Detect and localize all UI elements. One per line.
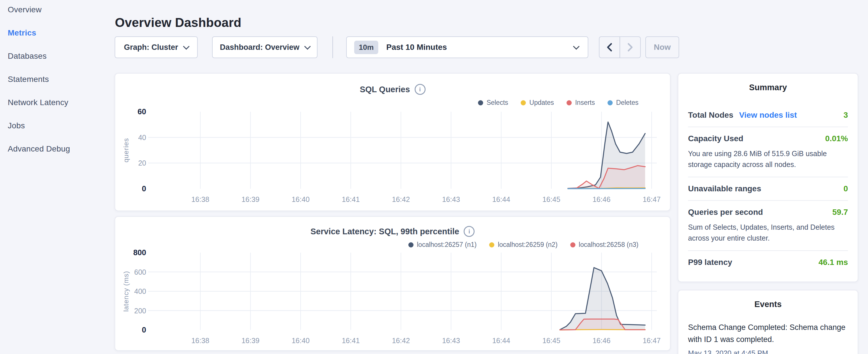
sidebar-item-advanced-debug[interactable]: Advanced Debug [0,144,115,154]
svg-text:16:39: 16:39 [242,336,260,345]
events-panel-title: Events [678,299,858,309]
svg-text:16:44: 16:44 [492,195,510,203]
step-back-button[interactable] [599,37,620,58]
sidebar-item-network-latency[interactable]: Network Latency [0,97,115,107]
sidebar-item-statements[interactable]: Statements [0,74,115,84]
chevron-down-icon [183,43,189,50]
svg-text:0: 0 [142,326,146,334]
svg-text:16:40: 16:40 [292,336,310,345]
summary-value: 46.1 ms [818,258,848,267]
svg-text:400: 400 [134,287,146,295]
sidebar-item-metrics[interactable]: Metrics [0,28,115,38]
summary-row-total-nodes: Total Nodes View nodes list 3 [688,104,848,127]
page-title: Overview Dashboard [115,15,241,30]
svg-text:16:38: 16:38 [191,336,210,345]
sidebar: Overview Metrics Databases Statements Ne… [0,0,115,354]
summary-label: Capacity Used [688,134,743,143]
now-button[interactable]: Now [645,36,679,58]
summary-label: Unavailable ranges [688,184,761,193]
summary-value: 0 [843,184,848,193]
service-latency-card: Service Latency: SQL, 99th percentile lo… [115,216,671,351]
svg-text:16:40: 16:40 [292,195,310,203]
summary-value: 59.7 [833,207,848,217]
view-nodes-list-link[interactable]: View nodes list [739,110,797,120]
svg-text:16:38: 16:38 [191,195,210,203]
graph-scope-dropdown-label: Graph: Cluster [124,43,178,52]
svg-text:200: 200 [134,307,146,315]
svg-text:16:46: 16:46 [593,195,611,203]
summary-row-p99-latency: P99 latency 46.1 ms [688,251,848,274]
summary-subtext: You are using 28.6 MiB of 515.9 GiB usab… [688,148,848,177]
event-message[interactable]: Schema Change Completed: Schema change w… [688,322,848,346]
summary-label: P99 latency [688,258,732,267]
svg-text:16:43: 16:43 [442,195,460,203]
sidebar-item-databases[interactable]: Databases [0,51,115,61]
sidebar-item-overview[interactable]: Overview [0,5,115,14]
time-range-badge: 10m [354,41,378,54]
summary-body: Total Nodes View nodes list 3 Capacity U… [678,104,858,274]
dashboard-dropdown-label: Dashboard: Overview [220,43,300,52]
summary-panel-title: Summary [678,83,858,92]
dashboard-dropdown[interactable]: Dashboard: Overview [212,36,317,58]
svg-text:16:46: 16:46 [593,336,611,345]
events-panel: Events Schema Change Completed: Schema c… [678,290,858,354]
step-forward-button[interactable] [620,37,640,58]
events-body: Schema Change Completed: Schema change w… [678,322,858,354]
time-range-label: Past 10 Minutes [386,43,574,52]
svg-text:16:44: 16:44 [492,336,510,345]
svg-text:16:45: 16:45 [542,195,560,203]
svg-text:16:41: 16:41 [342,336,360,345]
summary-row-queries-per-second: Queries per second 59.7 [688,201,848,224]
summary-row-unavailable-ranges: Unavailable ranges 0 [688,177,848,200]
svg-text:60: 60 [137,107,146,116]
time-range-dropdown[interactable]: 10m Past 10 Minutes [346,36,588,58]
summary-panel: Summary Total Nodes View nodes list 3 Ca… [678,73,858,282]
svg-text:16:39: 16:39 [242,195,260,203]
service-latency-chart[interactable]: 16:3816:3916:4016:4116:4216:4316:4416:45… [115,217,670,350]
svg-text:20: 20 [138,159,146,167]
svg-text:16:43: 16:43 [442,336,460,345]
svg-text:queries: queries [122,138,130,163]
summary-label: Queries per second [688,207,763,217]
svg-text:40: 40 [138,133,146,141]
summary-value: 0.01% [825,134,848,143]
svg-text:16:42: 16:42 [392,336,410,345]
event-timestamp: May 13, 2020 at 4:45 PM [688,349,848,354]
svg-text:latency (ms): latency (ms) [122,271,130,312]
summary-label: Total Nodes [688,110,733,120]
summary-value: 3 [843,110,848,120]
svg-text:16:41: 16:41 [342,195,360,203]
svg-text:800: 800 [133,248,146,257]
svg-text:16:42: 16:42 [392,195,410,203]
chevron-left-icon [606,42,613,52]
now-button-label: Now [654,43,671,52]
summary-subtext: Sum of Selects, Updates, Inserts, and De… [688,222,848,250]
sidebar-item-jobs[interactable]: Jobs [0,121,115,131]
summary-row-capacity-used: Capacity Used 0.01% [688,127,848,150]
sql-queries-chart[interactable]: 16:3816:3916:4016:4116:4216:4316:4416:45… [115,74,670,211]
graph-scope-dropdown[interactable]: Graph: Cluster [115,36,198,58]
svg-text:16:45: 16:45 [542,336,560,345]
chevron-down-icon [573,43,580,50]
svg-text:16:47: 16:47 [643,195,661,203]
chevron-right-icon [626,42,634,52]
svg-text:600: 600 [134,268,146,276]
sql-queries-card: SQL Queries Selects Updates Inserts Dele… [115,73,671,211]
overview-dashboard-page: { "sidebar": { "items": [ {"label": "Ove… [0,0,868,354]
svg-text:0: 0 [142,185,146,193]
toolbar-divider [333,36,333,58]
chevron-down-icon [304,43,311,50]
svg-text:16:47: 16:47 [643,336,661,345]
time-step-buttons [599,36,641,58]
